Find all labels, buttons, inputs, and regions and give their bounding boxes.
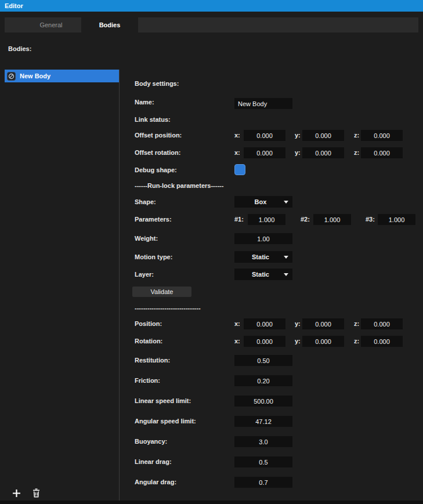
layer-label: Layer: xyxy=(135,271,154,278)
param-1-input[interactable] xyxy=(248,214,285,225)
list-item-label: New Body xyxy=(20,72,50,79)
tab-general[interactable]: General xyxy=(21,17,81,32)
runlock-section-heading: ------Run-lock parameters------ xyxy=(135,182,223,189)
delete-body-button[interactable] xyxy=(32,488,40,498)
window-title: Editor xyxy=(5,2,23,9)
rotation-label: Rotation: xyxy=(135,338,162,345)
rotation-x-input[interactable] xyxy=(244,336,285,347)
footer-strip xyxy=(0,501,423,504)
linear-drag-input[interactable] xyxy=(234,456,292,467)
title-bar[interactable]: Editor xyxy=(0,0,423,12)
position-x-input[interactable] xyxy=(244,318,285,329)
motion-type-label: Motion type: xyxy=(135,253,172,260)
plus-icon xyxy=(12,489,21,498)
offset-rotation-y-input[interactable] xyxy=(302,147,344,158)
list-item[interactable]: New Body xyxy=(5,70,119,82)
axis-x-label: x: xyxy=(234,320,240,327)
axis-y-label: y: xyxy=(295,320,301,327)
param-2-label: #2: xyxy=(301,216,310,223)
body-settings-heading: Body settings: xyxy=(135,80,179,87)
restitution-label: Restitution: xyxy=(135,357,170,364)
axis-z-label: z: xyxy=(354,338,359,345)
rotation-z-input[interactable] xyxy=(361,336,403,347)
linear-drag-label: Linear drag: xyxy=(135,458,172,465)
param-2-input[interactable] xyxy=(313,214,351,225)
name-input[interactable] xyxy=(234,98,292,109)
chevron-down-icon xyxy=(284,273,288,276)
chevron-down-icon xyxy=(284,256,288,259)
layer-dropdown[interactable]: Static xyxy=(234,269,292,280)
position-label: Position: xyxy=(135,320,162,327)
editor-window: Editor General Bodies Bodies: New Body xyxy=(0,0,423,504)
linear-speed-limit-label: Linear speed limit: xyxy=(135,397,191,404)
buoyancy-label: Buoyancy: xyxy=(135,438,167,445)
buoyancy-input[interactable] xyxy=(234,436,292,447)
offset-rotation-z-input[interactable] xyxy=(361,147,403,158)
shape-dropdown-value: Box xyxy=(255,198,273,205)
shape-dropdown[interactable]: Box xyxy=(234,196,292,208)
axis-x-label: x: xyxy=(234,338,240,345)
layer-dropdown-value: Static xyxy=(252,271,275,278)
weight-label: Weight: xyxy=(135,235,158,242)
bodies-list: New Body xyxy=(5,70,120,501)
angular-drag-input[interactable] xyxy=(234,477,292,488)
axis-x-label: x: xyxy=(234,149,240,156)
debug-shape-label: Debug shape: xyxy=(135,166,177,173)
offset-position-label: Offset position: xyxy=(135,132,182,139)
section-divider: ------------------------------- xyxy=(135,304,201,311)
linear-speed-limit-input[interactable] xyxy=(234,396,292,407)
bodies-heading: Bodies: xyxy=(8,45,31,52)
bodies-list-toolbar xyxy=(12,488,40,498)
axis-y-label: y: xyxy=(295,132,301,139)
axis-z-label: z: xyxy=(354,132,359,139)
position-z-input[interactable] xyxy=(361,318,403,329)
angular-speed-limit-label: Angular speed limit: xyxy=(135,418,196,425)
offset-position-y-input[interactable] xyxy=(302,130,344,141)
motion-type-dropdown-value: Static xyxy=(252,253,275,260)
param-3-input[interactable] xyxy=(378,214,415,225)
axis-y-label: y: xyxy=(295,149,301,156)
name-label: Name: xyxy=(135,99,154,106)
offset-rotation-label: Offset rotation: xyxy=(135,149,180,156)
param-3-label: #3: xyxy=(366,216,375,223)
motion-type-dropdown[interactable]: Static xyxy=(234,251,292,263)
restitution-input[interactable] xyxy=(234,355,292,366)
angular-speed-limit-input[interactable] xyxy=(234,416,292,427)
axis-z-label: z: xyxy=(354,149,359,156)
add-body-button[interactable] xyxy=(12,489,21,498)
axis-x-label: x: xyxy=(234,132,240,139)
axis-y-label: y: xyxy=(295,338,301,345)
chevron-down-icon xyxy=(284,201,288,204)
offset-position-z-input[interactable] xyxy=(361,130,403,141)
rotation-y-input[interactable] xyxy=(302,336,344,347)
link-status-label: Link status: xyxy=(135,116,171,123)
friction-input[interactable] xyxy=(234,375,292,386)
tab-bodies[interactable]: Bodies xyxy=(81,17,138,32)
axis-z-label: z: xyxy=(354,320,359,327)
param-1-label: #1: xyxy=(234,216,244,223)
trash-icon xyxy=(32,488,40,498)
validate-button[interactable]: Validate xyxy=(132,287,191,297)
friction-label: Friction: xyxy=(135,377,160,384)
debug-shape-checkbox[interactable] xyxy=(234,164,245,175)
weight-input[interactable] xyxy=(234,233,292,244)
offset-position-x-input[interactable] xyxy=(244,130,285,141)
shape-label: Shape: xyxy=(135,198,156,205)
tab-bar: General Bodies xyxy=(5,17,418,32)
offset-rotation-x-input[interactable] xyxy=(244,147,285,158)
body-icon xyxy=(7,72,16,81)
parameters-label: Parameters: xyxy=(135,216,172,223)
position-y-input[interactable] xyxy=(302,318,344,329)
angular-drag-label: Angular drag: xyxy=(135,478,176,485)
